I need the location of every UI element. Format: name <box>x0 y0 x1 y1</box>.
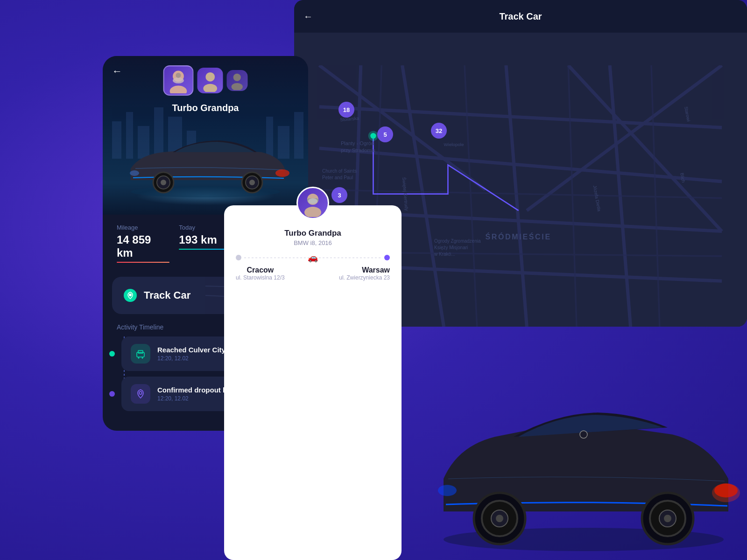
car-svg <box>117 133 294 199</box>
avatar-group <box>163 65 248 96</box>
svg-point-18 <box>304 207 321 217</box>
svg-point-46 <box>130 170 139 176</box>
background-car-svg <box>420 371 747 558</box>
car-image <box>117 133 294 201</box>
svg-rect-29 <box>294 112 303 159</box>
stat-mileage-value: 14 859 km <box>117 233 169 259</box>
svg-point-57 <box>138 357 140 359</box>
svg-point-20 <box>308 198 317 204</box>
svg-line-3 <box>506 65 527 327</box>
svg-point-34 <box>205 72 215 82</box>
route-line: 🚗 <box>244 258 381 258</box>
station-icon <box>135 349 146 359</box>
avatar-3[interactable] <box>227 70 248 91</box>
route-car-icon: 🚗 <box>308 252 318 263</box>
timeline-dot-2 <box>109 391 115 397</box>
avatar-3-svg <box>228 71 247 90</box>
map-pin-5: 5 <box>377 126 393 142</box>
map-screen-title: Track Car <box>499 11 542 22</box>
timeline-icon-2 <box>131 384 150 404</box>
svg-point-68 <box>664 515 671 522</box>
back-button[interactable]: ← <box>112 65 122 77</box>
route-locations: Cracow ul. Starowislna 12/3 Warsaw ul. Z… <box>236 266 390 281</box>
location-icon <box>127 292 134 299</box>
route-end-dot <box>384 255 390 260</box>
origin-info: Cracow ul. Starowislna 12/3 <box>236 266 285 281</box>
svg-line-10 <box>568 65 722 231</box>
svg-point-59 <box>139 392 142 394</box>
svg-point-41 <box>161 180 166 185</box>
map-back-button[interactable]: ← <box>303 11 313 22</box>
area-label-ogrody: Ogrody ZgromadzeniaKsięży Misjonariw Kra… <box>434 238 481 258</box>
svg-point-45 <box>275 169 289 177</box>
svg-rect-56 <box>138 350 143 353</box>
avatar-2-svg <box>198 69 222 92</box>
timeline-dot-1 <box>109 351 115 357</box>
svg-point-54 <box>129 294 132 296</box>
info-card-avatar <box>296 187 329 219</box>
info-card: Turbo Grandpa BMW i8, 2016 🚗 Cracow ul. … <box>224 205 402 560</box>
stat-mileage: Mileage 14 859 km <box>117 224 169 263</box>
route-bar: 🚗 <box>236 255 390 260</box>
background-car <box>420 371 747 560</box>
svg-point-58 <box>142 357 143 359</box>
track-label: Track Car <box>144 289 190 301</box>
svg-point-36 <box>233 74 241 81</box>
origin-city: Cracow <box>236 266 285 274</box>
map-pin-3: 3 <box>331 187 347 203</box>
district-label: ŚRÓDMIEŚCIE <box>485 232 551 241</box>
svg-point-44 <box>249 180 255 185</box>
avatar-2[interactable] <box>197 68 223 93</box>
stat-mileage-line <box>117 262 169 263</box>
avatar-main[interactable] <box>163 65 194 96</box>
track-icon <box>124 289 137 302</box>
svg-line-9 <box>527 65 722 210</box>
info-card-name: Turbo Grandpa <box>236 229 390 238</box>
map-pin-32: 32 <box>431 123 447 139</box>
svg-point-31 <box>170 85 187 93</box>
destination-address: ul. Zwierzyniecka 23 <box>339 274 390 281</box>
svg-point-35 <box>203 84 217 92</box>
car-section: ← <box>103 56 308 215</box>
info-card-car: BMW i8, 2016 <box>236 239 390 246</box>
road-label-5: Blich <box>679 173 686 183</box>
avatar-svg <box>299 189 327 217</box>
area-label-church: Church of SaintsPeter and Paul <box>322 168 357 181</box>
driver-name: Turbo Grandpa <box>172 103 239 113</box>
position-dot <box>370 133 376 139</box>
area-label-planty: Planty - Ogródprzy Stradomiu <box>341 140 375 154</box>
road-label-3: Józefa Dietla <box>592 185 602 212</box>
svg-line-13 <box>568 65 577 327</box>
destination-city: Warsaw <box>339 266 390 274</box>
svg-point-32 <box>173 77 184 84</box>
route-start-dot <box>236 255 241 260</box>
svg-point-70 <box>712 483 740 502</box>
destination-info: Warsaw ul. Zwierzyniecka 23 <box>339 266 390 281</box>
svg-line-12 <box>465 65 477 327</box>
location-pin-icon <box>135 389 146 399</box>
svg-point-71 <box>438 485 457 496</box>
avatar-main-svg <box>166 68 191 93</box>
map-pin-18: 18 <box>338 102 354 118</box>
stat-mileage-label: Mileage <box>117 224 169 231</box>
road-label-6: Starowi <box>684 106 691 122</box>
svg-point-37 <box>232 83 243 90</box>
origin-address: ul. Starowislna 12/3 <box>236 274 285 281</box>
timeline-icon-1 <box>131 344 150 364</box>
svg-point-33 <box>176 73 181 78</box>
svg-point-72 <box>580 431 587 438</box>
map-header: ← Track Car <box>294 0 747 33</box>
svg-point-64 <box>496 515 503 522</box>
road-label-2: Wielopole <box>444 142 464 147</box>
